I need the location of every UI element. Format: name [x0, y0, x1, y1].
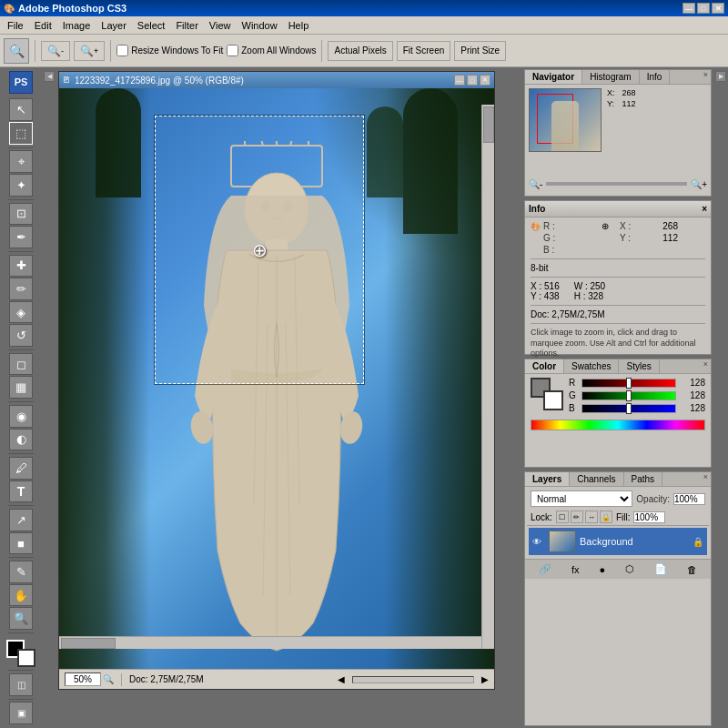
resize-windows-checkbox[interactable] [116, 45, 128, 56]
eraser-tool[interactable]: ◻ [9, 353, 33, 376]
tab-navigator[interactable]: Navigator [525, 70, 582, 84]
lock-transparent-icon[interactable]: ☐ [556, 511, 569, 523]
layers-panel-close[interactable]: × [701, 472, 711, 486]
color-panel-close[interactable]: × [701, 359, 711, 373]
layer-mask-button[interactable]: ● [599, 564, 605, 575]
menu-select[interactable]: Select [132, 18, 171, 33]
lasso-tool[interactable]: ⌖ [9, 150, 33, 173]
tab-histogram[interactable]: Histogram [582, 70, 640, 84]
zoom-in-button[interactable]: 🔍+ [74, 41, 105, 61]
close-button[interactable]: ✕ [712, 3, 724, 14]
eyedropper-tool[interactable]: ✒ [9, 226, 33, 248]
right-panel-collapse[interactable]: ▶ [715, 71, 726, 82]
blend-mode-select[interactable]: Normal [531, 490, 632, 507]
blur-tool[interactable]: ◉ [9, 405, 33, 428]
text-tool[interactable]: T [9, 480, 33, 503]
gradient-tool[interactable]: ▦ [9, 376, 33, 399]
minimize-button[interactable]: — [682, 3, 695, 14]
tab-styles[interactable]: Styles [619, 359, 659, 373]
tab-swatches[interactable]: Swatches [564, 359, 619, 373]
zoom-tool[interactable]: 🔍 [9, 607, 33, 630]
fit-screen-button[interactable]: Fit Screen [397, 41, 451, 61]
lock-position-icon[interactable]: ↔ [585, 511, 598, 523]
layer-new-button[interactable]: 📄 [654, 563, 667, 575]
layer-background[interactable]: 👁 Background 🔒 [529, 528, 707, 555]
shape-tool[interactable]: ■ [9, 532, 33, 555]
hand-tool[interactable]: ✋ [9, 584, 33, 607]
zoom-out-button[interactable]: 🔍- [41, 41, 70, 61]
scroll-right[interactable]: ▶ [481, 674, 489, 684]
g-slider-thumb[interactable] [626, 390, 632, 401]
layer-delete-button[interactable]: 🗑 [687, 564, 697, 575]
b-slider-thumb[interactable] [626, 403, 632, 414]
menu-edit[interactable]: Edit [29, 18, 57, 33]
crop-tool[interactable]: ⊡ [9, 203, 33, 226]
zoom-tool-active[interactable]: 🔍 [4, 38, 29, 64]
info-panel-close[interactable]: × [702, 204, 707, 214]
history-brush[interactable]: ↺ [9, 324, 33, 347]
layer-visibility-icon[interactable]: 👁 [532, 537, 545, 547]
tab-color[interactable]: Color [525, 359, 564, 373]
b-slider[interactable] [581, 404, 676, 413]
pen-tool[interactable]: 🖊 [9, 457, 33, 480]
scroll-left[interactable]: ◀ [338, 674, 345, 684]
horizontal-scrollbar[interactable] [59, 636, 481, 649]
menu-view[interactable]: View [204, 18, 237, 33]
r-slider[interactable] [581, 379, 676, 388]
maximize-button[interactable]: □ [697, 3, 710, 14]
layer-adjustment-button[interactable]: ⬡ [625, 563, 634, 575]
tab-channels[interactable]: Channels [570, 472, 623, 486]
zoom-all-checkbox[interactable] [227, 45, 238, 56]
nav-zoom-plus-icon[interactable]: 🔍+ [691, 179, 707, 189]
notes-tool[interactable]: ✎ [9, 561, 33, 583]
menu-image[interactable]: Image [57, 18, 96, 33]
move-tool[interactable]: ↖ [9, 98, 33, 121]
doc-maximize[interactable]: □ [467, 75, 478, 86]
g-slider[interactable] [581, 391, 676, 400]
clone-tool[interactable]: ◈ [9, 301, 33, 324]
lock-all-icon[interactable]: 🔒 [600, 511, 612, 523]
title-bar-buttons[interactable]: — □ ✕ [682, 3, 724, 14]
r-slider-thumb[interactable] [626, 378, 632, 389]
layer-link-button[interactable]: 🔗 [539, 563, 551, 575]
menu-file[interactable]: File [2, 18, 29, 33]
magic-wand-tool[interactable]: ✦ [9, 174, 33, 197]
marquee-tool[interactable]: ⬚ [9, 122, 33, 145]
dodge-tool[interactable]: ◐ [9, 429, 33, 451]
path-select-tool[interactable]: ↗ [9, 509, 33, 531]
bg-color-swatch[interactable] [543, 390, 563, 410]
color-spectrum[interactable] [531, 420, 705, 430]
layer-fx-button[interactable]: fx [571, 564, 580, 575]
healing-tool[interactable]: ✚ [9, 255, 33, 278]
menu-window[interactable]: Window [237, 18, 283, 33]
nav-zoom-slider[interactable] [546, 182, 687, 186]
blend-mode-row: Normal Opacity: [527, 489, 709, 509]
actual-pixels-button[interactable]: Actual Pixels [328, 41, 392, 61]
menu-filter[interactable]: Filter [170, 18, 203, 33]
hscroll-bar[interactable] [352, 676, 474, 683]
hscrollbar-thumb[interactable] [61, 638, 116, 649]
background-color[interactable] [17, 649, 35, 667]
doc-close[interactable]: ✕ [480, 75, 490, 86]
zoom-input[interactable] [65, 672, 101, 686]
lock-paint-icon[interactable]: ✏ [571, 511, 583, 523]
opacity-input[interactable] [673, 493, 705, 505]
nav-zoom-minus-icon[interactable]: 🔍- [529, 179, 542, 189]
nav-panel-close[interactable]: × [701, 70, 711, 84]
scrollbar-thumb[interactable] [483, 106, 494, 143]
zoom-minus-btn[interactable]: 🔍 [103, 674, 114, 684]
tab-info[interactable]: Info [640, 70, 671, 84]
doc-minimize[interactable]: — [454, 75, 465, 86]
screen-mode-tool[interactable]: ▣ [9, 702, 33, 724]
panel-collapse-btn[interactable]: ◀ [44, 71, 55, 82]
menu-help[interactable]: Help [283, 18, 315, 33]
fill-input[interactable] [633, 511, 665, 523]
brush-tool[interactable]: ✏ [9, 278, 33, 300]
vertical-scrollbar[interactable] [481, 105, 494, 649]
doc-content[interactable]: ⊕ [59, 88, 494, 669]
print-size-button[interactable]: Print Size [454, 41, 506, 61]
tab-layers[interactable]: Layers [525, 472, 570, 486]
menu-layer[interactable]: Layer [96, 18, 132, 33]
tab-paths[interactable]: Paths [624, 472, 663, 486]
quick-mask-tool[interactable]: ◫ [9, 673, 33, 696]
